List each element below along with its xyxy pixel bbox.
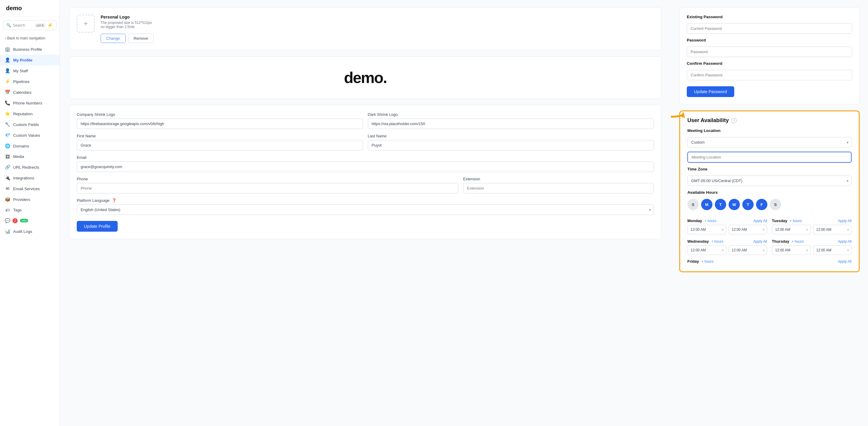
existing-password-label: Existing Password [687,14,852,19]
sidebar-item-custom-values[interactable]: 💎 Custom Values [0,130,59,141]
update-password-button[interactable]: Update Password [687,86,734,97]
sidebar-item-integrations[interactable]: 🔌 Integrations [0,172,59,183]
email-group: Email [77,155,654,172]
wednesday-end-select[interactable]: 12:00 AM [728,245,767,255]
back-navigation[interactable]: ‹ Back to main navigation [0,34,59,43]
thursday-start-select[interactable]: 12:00 AM [772,245,811,255]
company-shrink-logo-group: Company Shrink Logo [77,112,363,129]
remove-logo-button[interactable]: Remove [128,34,154,43]
day-btn-wednesday[interactable]: W [728,199,740,210]
sidebar-item-phone-numbers[interactable]: 📞 Phone Numbers [0,98,59,108]
tuesday-start-select[interactable]: 12:00 AM [772,225,811,234]
change-logo-button[interactable]: Change [101,34,126,43]
availability-help-icon[interactable]: ? [731,118,737,123]
friday-apply-all[interactable]: Apply All [838,259,851,264]
tuesday-apply-all[interactable]: Apply All [838,219,851,223]
personal-logo-subtitle: The proposed size is 512*512px no bigger… [101,21,654,29]
confirm-password-group: Confirm Password [687,61,852,80]
sidebar-item-my-staff[interactable]: 👤 My Staff [0,65,59,76]
meeting-location-select[interactable]: Custom [687,137,851,148]
sidebar-item-label: Phone Numbers [13,101,42,105]
day-btn-sunday[interactable]: S [687,199,699,210]
current-password-input[interactable] [687,23,852,34]
search-shortcut: ctrl K [35,23,45,28]
domains-icon: 🌐 [5,143,10,149]
company-shrink-logo-input[interactable] [77,119,363,129]
day-btn-saturday[interactable]: S [770,199,781,210]
demo-logo-display: demo. [69,57,661,99]
meeting-location-input[interactable] [687,152,851,163]
sidebar-item-url-redirects[interactable]: 🔗 URL Redirects [0,162,59,172]
email-input[interactable] [77,162,654,172]
friday-add-hours[interactable]: + hours [702,259,713,264]
wednesday-apply-all[interactable]: Apply All [753,239,767,243]
url-redirects-icon: 🔗 [5,164,10,170]
platform-language-select[interactable]: English (United States) [77,204,654,215]
last-name-label: Last Name [368,134,654,138]
extension-input[interactable] [463,183,654,193]
sidebar-item-label: Custom Fields [13,122,39,127]
phone-input[interactable] [77,183,458,193]
sidebar-item-pipelines[interactable]: ⚡ Pipelines [0,76,59,87]
my-staff-icon: 👤 [5,68,10,73]
available-hours-label: Available Hours [687,190,851,195]
sidebar-item-domains[interactable]: 🌐 Domains [0,141,59,151]
monday-start-select[interactable]: 12:00 AM [687,225,726,234]
day-btn-thursday[interactable]: T [742,199,754,210]
day-btn-tuesday[interactable]: T [715,199,726,210]
last-name-input[interactable] [368,140,654,151]
tuesday-label: Tuesday [772,219,787,223]
email-label: Email [77,155,654,160]
tuesday-add-hours[interactable]: + hours [790,219,802,223]
platform-language-group: Platform Language ❓ English (United Stat… [77,198,654,215]
monday-end-wrapper: 12:00 AM [728,225,767,234]
password-label: Password [687,38,852,42]
integrations-icon: 🔌 [5,175,10,181]
sidebar-item-calendars[interactable]: 📅 Calendars [0,87,59,98]
monday-add-hours[interactable]: + hours [704,219,716,223]
dark-shrink-logo-input[interactable] [368,119,654,129]
thursday-end-select[interactable]: 12:00 AM [813,245,852,255]
wednesday-end-wrapper: 12:00 AM [728,245,767,255]
my-profile-icon: 👤 [5,57,10,63]
sidebar-item-custom-fields[interactable]: 🔧 Custom Fields [0,119,59,130]
day-btn-monday[interactable]: M [701,199,712,210]
confirm-password-input[interactable] [687,70,852,80]
logo-upload-area[interactable]: + [77,14,95,33]
sidebar-item-providers[interactable]: 📦 Providers [0,194,59,205]
calendars-icon: 📅 [5,90,10,95]
sidebar-item-email-services[interactable]: ✉ Email Services [0,183,59,194]
sidebar-item-media[interactable]: 🖼 Media [0,151,59,162]
thursday-apply-all[interactable]: Apply All [838,239,851,243]
availability-title: User Availability [687,117,729,124]
reputation-icon: ⭐ [5,111,10,117]
dark-shrink-logo-label: Dark Shrink Logo [368,112,654,117]
wednesday-start-select[interactable]: 12:00 AM [687,245,726,255]
update-profile-button[interactable]: Update Profile [77,221,118,232]
personal-logo-title: Personal Logo [101,14,654,20]
user-availability-section: User Availability ? Meeting Location Cus… [679,110,860,272]
thursday-add-hours[interactable]: + hours [792,239,804,243]
time-zone-select[interactable]: GMT-05:00 US/Central (CDT) [687,175,851,186]
monday-end-select[interactable]: 12:00 AM [728,225,767,234]
confirm-password-label: Confirm Password [687,61,852,66]
day-btn-friday[interactable]: F [756,199,767,210]
sidebar-item-audit-logs[interactable]: 📊 Audit Logs [0,226,59,237]
password-input[interactable] [687,46,852,57]
first-name-input[interactable] [77,140,363,151]
search-bar[interactable]: 🔍 Search ctrl K ⚡ [3,20,56,30]
sidebar-item-reputation[interactable]: ⭐ Reputation [0,108,59,119]
tuesday-end-select[interactable]: 12:00 AM [813,225,852,234]
platform-language-select-wrapper: English (United States) [77,204,654,215]
email-services-icon: ✉ [5,186,10,191]
monday-apply-all[interactable]: Apply All [753,219,767,223]
sidebar-item-label: Custom Values [13,133,40,138]
sidebar-item-my-profile[interactable]: 👤 My Profile [0,55,59,65]
chat-icon: 💬 [5,218,10,223]
sidebar-item-business-profile[interactable]: 🏢 Business Profile [0,44,59,55]
sidebar-item-tags[interactable]: 🏷 Tags [0,205,59,215]
dark-shrink-logo-group: Dark Shrink Logo [368,112,654,129]
sidebar-item-chat[interactable]: 💬 2 new [0,215,59,226]
phone-label: Phone [77,177,458,181]
wednesday-add-hours[interactable]: + hours [711,239,723,243]
